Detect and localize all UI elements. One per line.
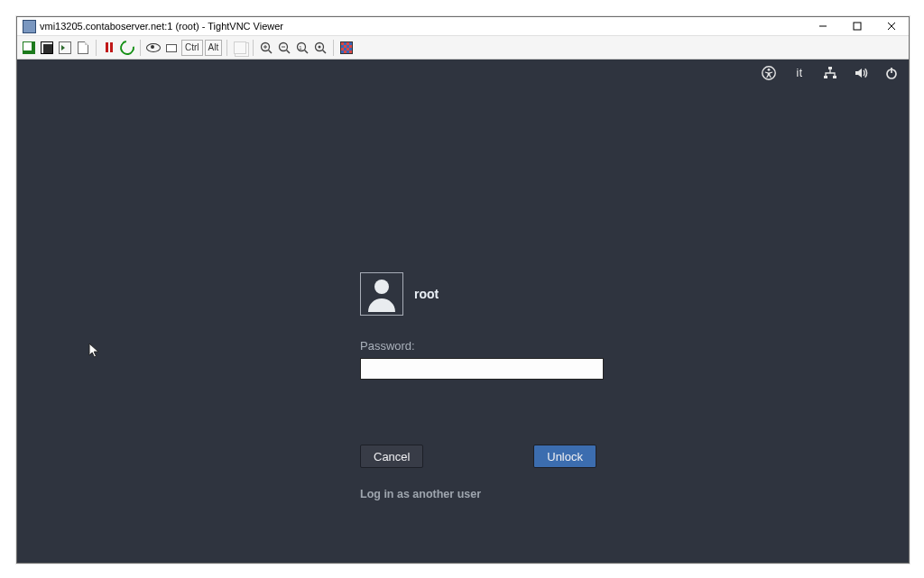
svg-line-12 [305,50,309,53]
refresh-icon[interactable] [119,40,135,56]
zoom-auto-icon[interactable] [312,40,328,56]
save-session-icon[interactable] [39,40,55,56]
maximize-button[interactable] [840,17,874,35]
zoom-100-icon[interactable]: 1 [294,40,310,56]
connection-options-icon[interactable] [57,40,73,56]
toolbar-separator [226,40,227,56]
remote-desktop-area[interactable]: it root Password: Cancel Unl [17,60,909,563]
send-keys-icon[interactable] [163,40,180,56]
toolbar-separator [253,40,254,56]
toolbar-separator [140,40,141,56]
svg-point-24 [374,280,389,294]
ctrl-key-button[interactable]: Ctrl [181,40,203,56]
cancel-button[interactable]: Cancel [360,445,423,468]
volume-icon[interactable] [853,65,869,81]
svg-line-5 [269,50,273,53]
transfer-files-icon[interactable] [232,40,248,56]
window-title: vmi13205.contaboserver.net:1 (root) - Ti… [40,21,283,32]
svg-line-15 [323,50,327,53]
unlock-button[interactable]: Unlock [533,445,596,468]
new-connection-icon[interactable] [21,40,37,56]
password-input[interactable] [360,358,604,380]
zoom-in-icon[interactable] [258,40,274,56]
password-label: Password: [360,339,599,353]
svg-rect-19 [828,67,832,69]
window-controls [806,17,909,35]
user-avatar-icon [360,272,403,316]
svg-point-18 [768,69,771,71]
gnome-top-bar: it [761,65,900,81]
svg-rect-20 [824,76,827,78]
keyboard-layout-indicator[interactable]: it [791,65,808,81]
user-row: root [360,272,599,316]
button-row: Cancel Unlock [360,445,596,468]
toolbar-separator [96,40,97,56]
toolbar-separator [333,40,334,56]
svg-point-16 [319,45,321,48]
login-as-another-user-link[interactable]: Log in as another user [360,488,599,500]
connection-info-icon[interactable] [75,40,91,56]
alt-key-button[interactable]: Alt [205,40,223,56]
mouse-cursor-icon [88,343,101,362]
zoom-out-icon[interactable] [276,40,292,56]
accessibility-icon[interactable] [761,65,777,81]
svg-rect-21 [833,76,836,78]
svg-text:1: 1 [300,44,303,50]
network-icon[interactable] [822,65,838,81]
vnc-toolbar: Ctrl Alt 1 [17,35,909,60]
pause-icon[interactable] [101,40,117,56]
fullscreen-icon[interactable] [338,40,355,56]
username-label: root [414,287,439,301]
window-titlebar: vmi13205.contaboserver.net:1 (root) - Ti… [17,17,909,35]
vnc-viewer-window: vmi13205.contaboserver.net:1 (root) - Ti… [16,16,910,564]
app-icon [23,20,36,33]
send-ctrl-alt-del-icon[interactable] [145,40,162,56]
close-button[interactable] [874,17,909,35]
minimize-button[interactable] [806,17,840,35]
svg-line-9 [287,50,291,53]
login-form: root Password: Cancel Unlock Log in as a… [360,272,599,500]
svg-rect-1 [854,23,861,30]
power-icon[interactable] [883,65,900,81]
